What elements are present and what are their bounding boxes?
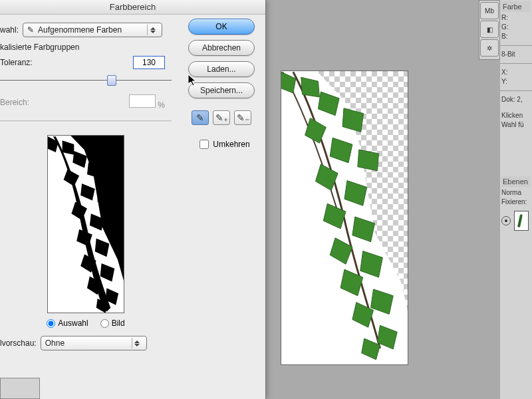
bit-depth: 8-Bit [501,50,531,59]
dialog-title: Farbbereich [0,0,265,15]
lock-label: Fixieren: [501,198,531,207]
eyedropper-subtract-tool[interactable]: ✎₋ [234,110,251,125]
eyedropper-add-tool[interactable]: ✎₊ [213,110,230,125]
doc-size: Dok: 2, [501,95,531,104]
range-label: Bereich: [0,98,29,107]
radio-image[interactable]: Bild [100,319,125,328]
eyedropper-icon: ✎ [27,25,34,35]
rgb-r-label: R: [501,13,531,23]
combobox-value: Aufgenommene Farben [38,25,143,35]
save-button[interactable]: Speichern... [188,82,255,98]
document-canvas[interactable] [281,70,408,365]
load-button[interactable]: Laden... [188,61,255,77]
cancel-button[interactable]: Abbrechen [188,40,255,56]
palette-btn-mb[interactable]: Mb [480,2,499,19]
preview-label: lvorschau: [0,338,37,348]
rgb-b-label: B: [501,32,531,41]
tolerance-input[interactable] [133,56,165,69]
range-unit: % [158,100,165,110]
plant-image [281,71,408,364]
chevron-updown-icon [132,338,142,348]
select-label: wahl: [0,25,19,35]
tab-color[interactable]: Farbe [501,1,531,12]
invert-label: Umkehren [213,140,249,149]
hint-1: Klicken [501,111,531,120]
select-combobox[interactable]: ✎ Aufgenommene Farben [23,23,162,37]
info-sidebar: Farbe R: G: B: 8-Bit X: Y: Dok: 2, Klick… [500,0,532,399]
eyedropper-tool[interactable]: ✎ [192,110,209,125]
invert-checkbox[interactable] [200,140,209,149]
toolbox-fragment [0,378,40,399]
section-localized-colors: kalisierte Farbgruppen [0,43,172,52]
hint-2: Wahl fü [501,120,531,130]
blend-mode[interactable]: Norma [501,188,531,198]
pos-x-label: X: [501,68,531,77]
range-input [129,94,156,108]
radio-selection[interactable]: Auswahl [47,319,88,328]
range-slider [0,115,172,127]
tolerance-slider[interactable] [0,74,172,86]
palette-btn-swatches[interactable]: ◧ [480,21,499,38]
layer-visibility-icon[interactable] [501,216,511,225]
palette-btn-compass[interactable]: ✲ [480,39,499,57]
selection-preview [47,135,124,313]
tolerance-label: Toleranz: [0,58,33,67]
chevron-updown-icon [147,25,158,35]
rgb-g-label: G: [501,23,531,32]
palette-strip: Mb ◧ ✲ [479,0,500,60]
preview-value: Ohne [45,338,128,348]
pos-y-label: Y: [501,77,531,86]
layer-thumbnail[interactable] [514,211,529,231]
color-range-dialog: Farbbereich wahl: ✎ Aufgenommene Farben … [0,0,266,399]
ok-button[interactable]: OK [188,19,255,35]
preview-combobox[interactable]: Ohne [41,336,147,350]
tab-layers[interactable]: Ebenen [501,176,531,187]
